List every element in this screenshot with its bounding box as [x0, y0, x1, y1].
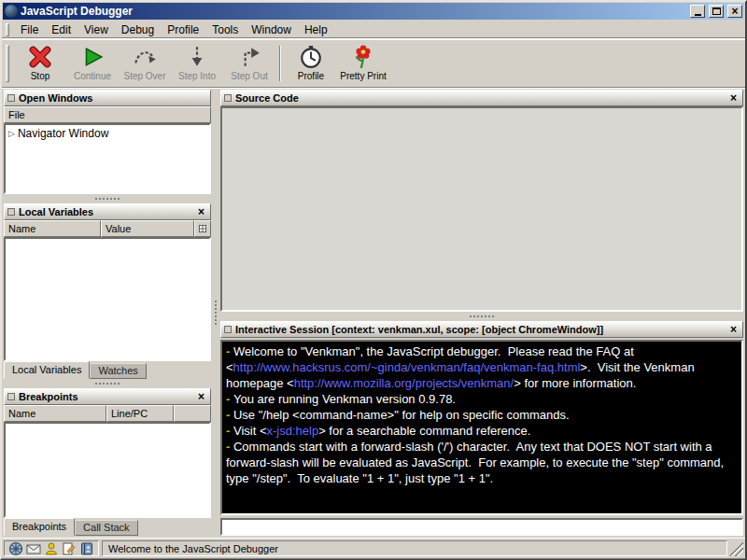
panel-grippy-icon[interactable]: [224, 94, 232, 102]
column-header-line-pc[interactable]: Line/PC: [106, 405, 174, 422]
breakpoints-header: Breakpoints ×: [4, 388, 211, 405]
splitter-grip: [470, 315, 494, 318]
addressbook-icon[interactable]: [79, 541, 94, 556]
main-area: Open Windows File ▷ Navigator Window Lo: [2, 88, 745, 538]
menu-edit[interactable]: Edit: [45, 21, 78, 38]
column-header-value[interactable]: Value: [101, 220, 194, 237]
navigator-icon[interactable]: [8, 541, 23, 556]
window-title: JavaScript Debugger: [21, 5, 686, 18]
menu-window[interactable]: Window: [245, 21, 298, 38]
breakpoints-columns: Name Line/PC: [4, 405, 211, 422]
app-window: JavaScript Debugger × File Edit View Deb…: [0, 0, 747, 560]
console-input-row: [220, 515, 743, 536]
status-message: Welcome to the JavaScript Debugger: [102, 540, 727, 556]
horizontal-splitter[interactable]: [4, 379, 211, 388]
resize-grip[interactable]: [730, 540, 743, 556]
splitter-grip: [215, 301, 218, 325]
minimize-button[interactable]: [690, 5, 705, 18]
pretty-print-icon: [351, 45, 375, 69]
local-variables-panel: Local Variables × Name Value: [4, 203, 211, 379]
pretty-print-button[interactable]: Pretty Print: [337, 42, 389, 84]
panel-title: Source Code: [235, 92, 724, 104]
column-header-filler: [174, 405, 211, 422]
menubar: File Edit View Debug Profile Tools Windo…: [2, 21, 745, 39]
right-column: Source Code × Interactive Session [conte…: [220, 90, 743, 536]
console-link[interactable]: http://www.mozilla.org/projects/venkman/: [294, 376, 514, 390]
panel-title: Interactive Session [context: venkman.xu…: [235, 324, 724, 335]
local-variables-header: Local Variables ×: [4, 203, 211, 220]
titlebar: JavaScript Debugger ×: [3, 3, 744, 20]
close-button[interactable]: ×: [727, 5, 742, 18]
source-code-header: Source Code ×: [220, 90, 743, 106]
breakpoints-list: [4, 422, 211, 518]
panel-close-icon[interactable]: ×: [195, 206, 207, 217]
panel-close-icon[interactable]: ×: [727, 92, 740, 104]
panel-grippy-icon[interactable]: [7, 94, 15, 102]
composer-icon[interactable]: [62, 541, 77, 556]
interactive-session-header: Interactive Session [context: venkman.xu…: [220, 321, 743, 338]
step-out-button[interactable]: Step Out: [223, 42, 275, 84]
continue-button[interactable]: Continue: [66, 42, 119, 84]
toolbar-button-label: Pretty Print: [340, 71, 386, 81]
open-windows-list: ▷ Navigator Window: [4, 123, 211, 194]
panel-close-icon[interactable]: ×: [727, 324, 740, 335]
twisty-icon[interactable]: ▷: [8, 129, 15, 138]
panel-close-icon[interactable]: ×: [195, 391, 207, 402]
tab-call-stack[interactable]: Call Stack: [75, 520, 138, 536]
console-text: > for more information.: [514, 376, 636, 390]
toolbar-grippy[interactable]: [6, 45, 9, 82]
mail-icon[interactable]: [26, 541, 41, 556]
splitter-grip: [95, 198, 120, 201]
console-text: Use "/help <command-name>" for help on s…: [233, 408, 570, 422]
console-line: - Visit <x-jsd:help> for a searchable co…: [226, 423, 738, 439]
venkman-app-icon[interactable]: [5, 5, 18, 18]
console-link[interactable]: http://www.hacksrus.com/~ginda/venkman/f…: [233, 360, 581, 374]
tab-watches[interactable]: Watches: [90, 363, 146, 379]
column-picker-button[interactable]: [194, 220, 211, 237]
console-input[interactable]: [220, 518, 743, 536]
minimize-icon: [695, 14, 701, 16]
toolbar-button-label: Stop: [31, 71, 50, 81]
menu-file[interactable]: File: [14, 21, 45, 38]
list-item-navigator-window[interactable]: ▷ Navigator Window: [6, 125, 209, 142]
menu-profile[interactable]: Profile: [161, 21, 205, 38]
menu-debug[interactable]: Debug: [115, 21, 161, 38]
toolbar-button-label: Step Over: [123, 71, 165, 81]
panel-grippy-icon[interactable]: [7, 208, 15, 216]
im-icon[interactable]: [44, 541, 59, 556]
vertical-splitter[interactable]: [211, 90, 220, 536]
menu-tools[interactable]: Tools: [205, 21, 245, 38]
panel-grippy-icon[interactable]: [7, 393, 15, 400]
profile-icon: [299, 45, 323, 69]
horizontal-splitter[interactable]: [220, 312, 743, 321]
stop-button[interactable]: Stop: [14, 42, 66, 84]
column-header-name[interactable]: Name: [4, 220, 101, 237]
step-over-icon: [133, 45, 157, 69]
step-into-button[interactable]: Step Into: [171, 42, 223, 84]
console-link[interactable]: x-jsd:help: [266, 424, 318, 438]
menu-help[interactable]: Help: [298, 21, 334, 38]
step-over-button[interactable]: Step Over: [119, 42, 171, 84]
menu-view[interactable]: View: [78, 21, 115, 38]
panel-title: Open Windows: [19, 92, 207, 104]
toolbar-button-label: Step Out: [231, 71, 267, 81]
open-windows-panel: Open Windows File ▷ Navigator Window: [4, 90, 211, 194]
console-text: Visit <: [233, 424, 267, 438]
column-header-file[interactable]: File: [4, 106, 211, 123]
tab-breakpoints[interactable]: Breakpoints: [4, 518, 75, 536]
panel-title: Local Variables: [19, 206, 191, 217]
panel-grippy-icon[interactable]: [224, 326, 232, 333]
tab-local-variables[interactable]: Local Variables: [4, 361, 90, 379]
column-header-name[interactable]: Name: [4, 405, 106, 422]
console-text: -: [226, 392, 233, 406]
toolbar-button-label: Profile: [298, 71, 324, 81]
console-text: -: [226, 408, 233, 422]
menubar-grippy[interactable]: [6, 23, 9, 36]
close-icon: ×: [731, 6, 738, 17]
maximize-button[interactable]: [709, 5, 724, 18]
profile-button[interactable]: Profile: [285, 42, 337, 84]
panel-title: Breakpoints: [19, 391, 191, 402]
toolbar: Stop Continue Step Over Step Into: [2, 39, 745, 88]
horizontal-splitter[interactable]: [4, 194, 211, 203]
toolbar-separator: [279, 46, 281, 81]
